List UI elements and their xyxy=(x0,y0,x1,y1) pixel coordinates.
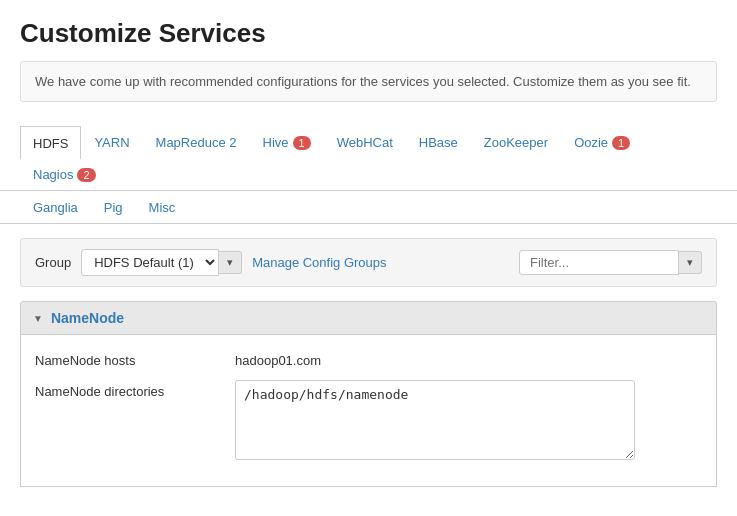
tab-hdfs[interactable]: HDFS xyxy=(20,126,81,159)
namenode-hosts-value: hadoop01.com xyxy=(235,349,321,368)
filter-dropdown-button[interactable]: ▾ xyxy=(679,251,702,274)
tab-pig[interactable]: Pig xyxy=(91,191,136,223)
namenode-section: ▼ NameNode NameNode hosts hadoop01.com N… xyxy=(20,301,717,487)
tab-zookeeper[interactable]: ZooKeeper xyxy=(471,126,561,158)
tab-webhcat[interactable]: WebHCat xyxy=(324,126,406,158)
group-label: Group xyxy=(35,255,71,270)
tab-badge-nagios: 2 xyxy=(77,168,95,182)
tab-ganglia[interactable]: Ganglia xyxy=(20,191,91,223)
info-box: We have come up with recommended configu… xyxy=(20,61,717,102)
filter-wrap: ▾ xyxy=(519,250,702,275)
tab-nagios[interactable]: Nagios2 xyxy=(20,158,109,190)
namenode-directories-textarea[interactable]: /hadoop/hdfs/namenode xyxy=(235,380,635,460)
namenode-hosts-label: NameNode hosts xyxy=(35,349,215,368)
manage-config-groups-link[interactable]: Manage Config Groups xyxy=(252,255,386,270)
group-select[interactable]: HDFS Default (1) xyxy=(81,249,219,276)
tabs-row2: GangliaPigMisc xyxy=(0,191,737,224)
tab-oozie[interactable]: Oozie1 xyxy=(561,126,643,158)
tabs-row1: HDFSYARNMapReduce 2Hive1WebHCatHBaseZooK… xyxy=(0,126,737,191)
namenode-directories-label: NameNode directories xyxy=(35,380,215,399)
group-row: Group HDFS Default (1) ▾ Manage Config G… xyxy=(20,238,717,287)
tab-mapreduce2[interactable]: MapReduce 2 xyxy=(143,126,250,158)
namenode-section-body: NameNode hosts hadoop01.com NameNode dir… xyxy=(20,335,717,487)
filter-input[interactable] xyxy=(519,250,679,275)
tab-badge-oozie: 1 xyxy=(612,136,630,150)
namenode-hosts-row: NameNode hosts hadoop01.com xyxy=(35,349,702,368)
tab-yarn[interactable]: YARN xyxy=(81,126,142,158)
tab-hbase[interactable]: HBase xyxy=(406,126,471,158)
page-title: Customize Services xyxy=(20,18,717,49)
tab-hive[interactable]: Hive1 xyxy=(250,126,324,158)
group-select-wrap: HDFS Default (1) ▾ xyxy=(81,249,242,276)
namenode-directories-row: NameNode directories /hadoop/hdfs/nameno… xyxy=(35,380,702,460)
content-area: Group HDFS Default (1) ▾ Manage Config G… xyxy=(0,238,737,487)
page-header: Customize Services We have come up with … xyxy=(0,0,737,114)
tab-misc[interactable]: Misc xyxy=(136,191,189,223)
namenode-section-title: NameNode xyxy=(51,310,124,326)
collapse-icon: ▼ xyxy=(33,313,43,324)
group-dropdown-button[interactable]: ▾ xyxy=(219,251,242,274)
tab-badge-hive: 1 xyxy=(293,136,311,150)
namenode-section-header[interactable]: ▼ NameNode xyxy=(20,301,717,335)
